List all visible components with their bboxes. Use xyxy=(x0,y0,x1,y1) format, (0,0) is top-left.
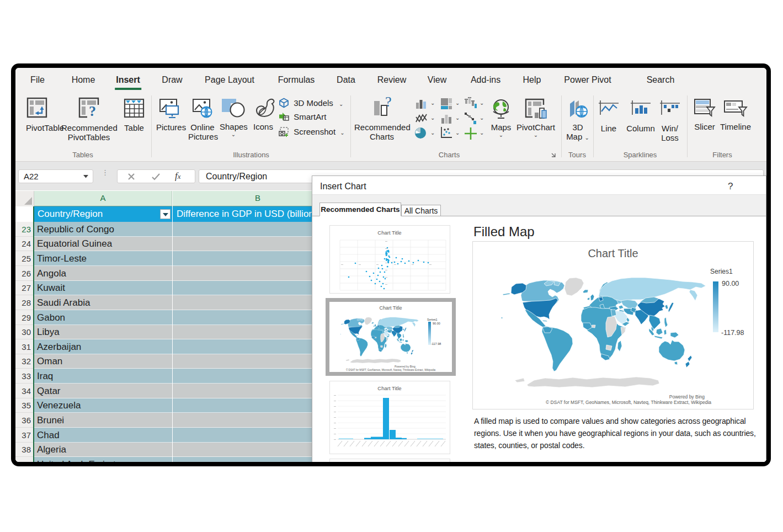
svg-text:?: ? xyxy=(385,97,392,110)
svg-text:Chart Title: Chart Title xyxy=(377,385,401,391)
svg-text:?: ? xyxy=(89,103,96,118)
svg-text:Chart Title: Chart Title xyxy=(377,230,401,236)
